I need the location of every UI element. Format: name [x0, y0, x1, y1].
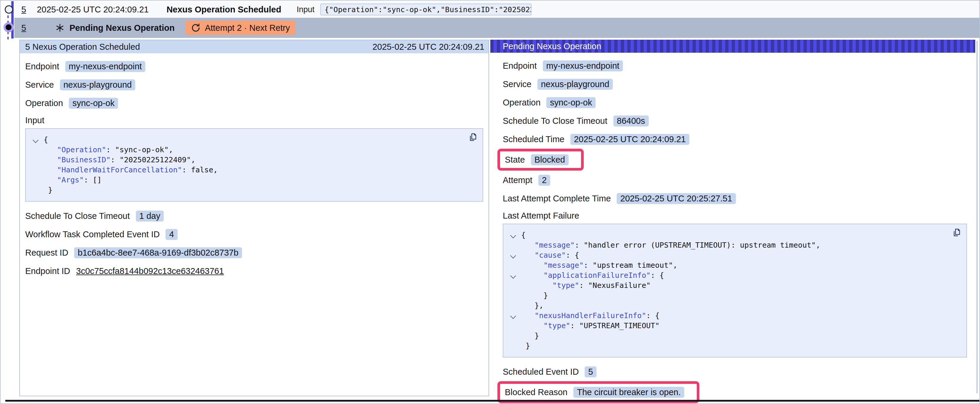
- field-endpoint: Endpointmy-nexus-endpoint: [25, 60, 483, 72]
- field-value: 1 day: [136, 211, 164, 222]
- code-line: "BusinessID": "20250225122409",: [44, 155, 476, 165]
- pending-panel-body: Endpointmy-nexus-endpointServicenexus-pl…: [490, 53, 975, 404]
- code-line: {: [44, 135, 476, 145]
- field-label: Scheduled Event ID: [503, 367, 579, 377]
- retry-icon: [191, 23, 201, 33]
- field-operation: Operationsync-op-ok: [503, 97, 967, 108]
- code-line: },: [521, 301, 959, 311]
- code-block-last-attempt-failure: { "message": "handler error (UPSTREAM_TI…: [503, 223, 967, 358]
- code-line: "type": "NexusFailure": [521, 280, 959, 291]
- field-value: my-nexus-endpoint: [543, 60, 623, 71]
- field-scheduled-event-id: Scheduled Event ID5: [503, 366, 967, 378]
- field-label: Endpoint ID: [25, 266, 70, 276]
- field-label: Scheduled Time: [503, 135, 565, 144]
- event-id-link[interactable]: 5: [21, 23, 26, 33]
- code-line: }: [521, 341, 959, 351]
- field-service: Servicenexus-playground: [25, 79, 483, 90]
- field-label: Blocked Reason: [505, 387, 567, 397]
- field-scheduled-time: Scheduled Time2025-02-25 UTC 20:24:09.21: [503, 133, 967, 145]
- field-value: 86400s: [613, 116, 649, 127]
- field-label: Operation: [503, 98, 541, 108]
- field-label: Request ID: [25, 248, 68, 258]
- window-bottom-edge: [5, 400, 979, 402]
- event-name: Nexus Operation Scheduled: [166, 5, 281, 14]
- collapse-chevron-icon[interactable]: [510, 233, 516, 238]
- scheduled-panel-title: 5 Nexus Operation Scheduled: [25, 42, 140, 52]
- field-endpoint: Endpointmy-nexus-endpoint: [503, 60, 967, 72]
- code-line: "nexusHandlerFailureInfo": {: [521, 311, 959, 321]
- collapse-chevron-icon[interactable]: [510, 273, 516, 279]
- code-line: "Operation": "sync-op-ok",: [44, 145, 476, 155]
- timeline-marker-current-icon: [3, 22, 14, 32]
- field-label: Endpoint: [503, 61, 537, 71]
- code-line: "HandlerWaitForCancellation": false,: [44, 165, 476, 175]
- field-operation: Operationsync-op-ok: [25, 97, 483, 109]
- field-workflow-task-completed-event-id: Workflow Task Completed Event ID4: [25, 228, 483, 240]
- field-value: sync-op-ok: [69, 98, 118, 109]
- field-value: nexus-playground: [538, 79, 613, 90]
- code-line: {: [521, 230, 959, 240]
- code-line: "Args": []: [44, 175, 476, 185]
- field-value[interactable]: 3c0c75ccfa8144b092c13ce632463761: [76, 266, 224, 276]
- field-attempt: Attempt2: [503, 174, 967, 186]
- event-history-rows: 5 2025-02-25 UTC 20:24:09.21 Nexus Opera…: [1, 1, 979, 38]
- field-value: 4: [165, 229, 177, 240]
- code-line: "message": "handler error (UPSTREAM_TIME…: [521, 240, 959, 250]
- field-endpoint-id: Endpoint ID3c0c75ccfa8144b092c13ce632463…: [25, 265, 483, 277]
- retry-attempt-badge: Attempt 2 · Next Retry: [185, 21, 296, 35]
- field-last-attempt-complete-time: Last Attempt Complete Time2025-02-25 UTC…: [503, 193, 967, 204]
- annotation-highlight-state: StateBlocked: [497, 149, 584, 171]
- scheduled-event-detail-panel: 5 Nexus Operation Scheduled 2025-02-25 U…: [19, 40, 489, 396]
- code-line: "message": "upstream timeout",: [521, 260, 959, 271]
- field-schedule-to-close-timeout: Schedule To Close Timeout1 day: [25, 210, 483, 222]
- timeline-marker-open-icon: [5, 5, 13, 14]
- field-label: State: [505, 155, 525, 165]
- collapse-chevron-icon[interactable]: [33, 137, 38, 143]
- event-timestamp: 2025-02-25 UTC 20:24:09.21: [37, 5, 149, 14]
- collapse-chevron-icon[interactable]: [510, 253, 516, 258]
- field-label-input: Input: [25, 116, 483, 125]
- input-preview-label: Input: [297, 5, 314, 14]
- code-line: }: [521, 291, 959, 301]
- field-label: Schedule To Close Timeout: [25, 211, 130, 221]
- pending-panel-title: Pending Nexus Operation: [503, 41, 601, 51]
- field-label: Workflow Task Completed Event ID: [25, 230, 159, 239]
- field-value: Blocked: [531, 154, 569, 165]
- code-block-input: { "Operation": "sync-op-ok", "BusinessID…: [25, 128, 483, 202]
- history-row-pending-nexus-operation[interactable]: 5 Pending Nexus Operation Attempt 2 · Ne…: [14, 18, 979, 38]
- field-value: my-nexus-endpoint: [65, 61, 146, 72]
- field-value: 5: [585, 366, 597, 377]
- field-service: Servicenexus-playground: [503, 78, 967, 90]
- history-row-nexus-operation-scheduled[interactable]: 5 2025-02-25 UTC 20:24:09.21 Nexus Opera…: [14, 1, 979, 18]
- event-name: Pending Nexus Operation: [69, 23, 175, 33]
- event-detail-panels: 5 Nexus Operation Scheduled 2025-02-25 U…: [19, 40, 975, 404]
- collapse-chevron-icon[interactable]: [510, 313, 516, 319]
- pending-panel-header: Pending Nexus Operation: [490, 40, 975, 53]
- field-label: Service: [25, 80, 54, 90]
- scheduled-panel-header: 5 Nexus Operation Scheduled 2025-02-25 U…: [20, 40, 488, 53]
- field-value: 2025-02-25 UTC 20:25:27.51: [617, 193, 736, 204]
- event-id-link[interactable]: 5: [21, 5, 26, 14]
- field-value: 2025-02-25 UTC 20:24:09.21: [570, 134, 689, 145]
- field-label: Operation: [25, 98, 63, 108]
- field-label: Endpoint: [25, 62, 59, 71]
- input-preview-chip[interactable]: {"Operation":"sync-op-ok","BusinessID":"…: [320, 3, 531, 16]
- field-value: b1c6a4bc-8ee7-468a-9169-df3b02c8737b: [74, 247, 242, 258]
- workflow-event-history-screen: 5 2025-02-25 UTC 20:24:09.21 Nexus Opera…: [0, 0, 980, 404]
- code-line: }: [521, 331, 959, 341]
- field-value: nexus-playground: [60, 79, 135, 90]
- field-state: StateBlocked: [505, 154, 569, 166]
- code-line: "applicationFailureInfo": {: [521, 271, 959, 280]
- code-line: "cause": {: [521, 250, 959, 260]
- field-value: 2: [538, 175, 550, 186]
- retry-badge-label: Attempt 2 · Next Retry: [205, 23, 290, 33]
- scheduled-panel-body: Endpointmy-nexus-endpointServicenexus-pl…: [20, 53, 488, 277]
- field-request-id: Request IDb1c6a4bc-8ee7-468a-9169-df3b02…: [25, 247, 483, 258]
- scrollbar[interactable]: [977, 41, 978, 393]
- field-label: Schedule To Close Timeout: [503, 116, 608, 126]
- field-value: sync-op-ok: [546, 97, 596, 108]
- code-line: }: [44, 185, 476, 195]
- field-label: Attempt: [503, 175, 532, 185]
- field-blocked-reason: Blocked ReasonThe circuit breaker is ope…: [505, 386, 684, 398]
- field-schedule-to-close-timeout: Schedule To Close Timeout86400s: [503, 115, 967, 127]
